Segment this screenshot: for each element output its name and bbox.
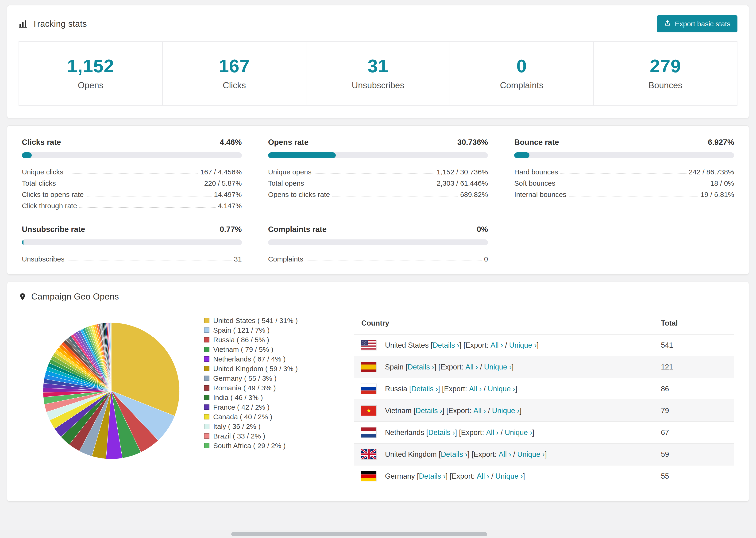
geo-pie-chart <box>38 318 184 463</box>
horizontal-scrollbar-track[interactable] <box>0 530 756 538</box>
legend-item: Netherlands ( 67 / 4% ) <box>204 354 354 364</box>
flag-es-icon <box>361 362 376 372</box>
rate-detail-value: 18 / 0% <box>710 179 734 187</box>
rate-detail-label: Unique clicks <box>22 168 63 176</box>
rate-section-opens-rate: Opens rate 30.736% Unique opens 1,152 / … <box>268 138 488 210</box>
table-row-us: United States [Details ›] [Export: All ›… <box>354 334 734 356</box>
details-link[interactable]: Details › <box>428 428 455 437</box>
export-unique-link[interactable]: Unique › <box>492 406 519 415</box>
legend-label: United Kingdom ( 59 / 3% ) <box>213 365 298 373</box>
legend-label: Brazil ( 33 / 2% ) <box>213 432 265 440</box>
horizontal-scrollbar-thumb[interactable] <box>231 532 487 536</box>
rate-title: Unsubscribe rate <box>22 225 85 234</box>
progress-bar <box>22 152 242 158</box>
legend-swatch <box>204 347 209 352</box>
legend-swatch <box>204 366 209 371</box>
stat-label: Opens <box>19 81 162 90</box>
rate-detail-label: Unique opens <box>268 168 311 176</box>
rate-value: 6.927% <box>708 138 734 147</box>
legend-label: Romania ( 49 / 3% ) <box>213 384 276 392</box>
table-row-gb: United Kingdom [Details ›] [Export: All … <box>354 443 734 465</box>
dotted-leader <box>561 174 686 174</box>
details-link[interactable]: Details › <box>433 341 459 349</box>
tracking-stats-header: Tracking stats Export basic stats <box>7 5 749 41</box>
pie-chart-container <box>19 312 204 463</box>
export-all-link[interactable]: All › <box>499 450 511 458</box>
export-all-link[interactable]: All › <box>465 363 478 371</box>
legend-label: South Africa ( 29 / 2% ) <box>213 442 286 450</box>
legend-item: Russia ( 86 / 5% ) <box>204 335 354 345</box>
stat-value: 167 <box>163 55 306 77</box>
rate-detail-label: Soft bounces <box>514 179 555 187</box>
rate-detail-row: Soft bounces 18 / 0% <box>514 176 734 187</box>
rate-section-complaints-rate: Complaints rate 0% Complaints 0 <box>268 225 488 263</box>
rate-detail-value: 1,152 / 30.736% <box>437 168 488 176</box>
geo-legend: United States ( 541 / 31% ) Spain ( 121 … <box>204 312 354 451</box>
page-title: Tracking stats <box>32 19 87 29</box>
stat-bounces: 279 Bounces <box>594 42 737 105</box>
details-link[interactable]: Details › <box>415 406 442 415</box>
rate-detail-label: Click through rate <box>22 202 77 210</box>
legend-swatch <box>204 433 209 439</box>
rate-section-unsubscribe-rate: Unsubscribe rate 0.77% Unsubscribes 31 <box>22 225 242 263</box>
export-all-link[interactable]: All › <box>477 472 489 480</box>
dotted-leader <box>568 196 698 196</box>
export-unique-link[interactable]: Unique › <box>509 341 537 349</box>
rate-detail-label: Total clicks <box>22 179 56 187</box>
country-name: Netherlands <box>385 428 424 437</box>
details-link[interactable]: Details › <box>441 450 467 458</box>
rate-value: 0% <box>477 225 488 234</box>
rate-detail-label: Internal bounces <box>514 190 566 198</box>
export-unique-link[interactable]: Unique › <box>484 363 512 371</box>
tracking-stats-card: Tracking stats Export basic stats 1,152 … <box>7 5 749 118</box>
rate-detail-label: Opens to clicks rate <box>268 190 330 198</box>
legend-label: Canada ( 40 / 2% ) <box>213 413 272 421</box>
rate-detail-label: Unsubscribes <box>22 255 65 263</box>
rate-detail-value: 14.497% <box>214 190 242 198</box>
export-unique-link[interactable]: Unique › <box>517 450 545 458</box>
legend-label: Spain ( 121 / 7% ) <box>213 326 270 334</box>
legend-swatch <box>204 356 209 362</box>
export-unique-link[interactable]: Unique › <box>505 428 532 437</box>
legend-item: France ( 42 / 2% ) <box>204 402 354 412</box>
details-link[interactable]: Details › <box>419 472 446 480</box>
legend-swatch <box>204 424 209 429</box>
export-all-link[interactable]: All › <box>486 428 499 437</box>
legend-swatch <box>204 337 209 343</box>
flag-nl-icon <box>361 427 376 438</box>
flag-us-icon <box>361 340 376 350</box>
country-total: 541 <box>661 334 734 356</box>
rate-value: 30.736% <box>458 138 488 147</box>
legend-item: South Africa ( 29 / 2% ) <box>204 441 354 451</box>
total-column-header: Total <box>661 312 734 334</box>
stat-label: Unsubscribes <box>306 81 450 90</box>
export-all-link[interactable]: All › <box>473 406 486 415</box>
rate-detail-row: Clicks to opens rate 14.497% <box>22 187 242 198</box>
legend-swatch <box>204 385 209 391</box>
table-row-nl: Netherlands [Details ›] [Export: All › /… <box>354 422 734 443</box>
stat-value: 31 <box>306 55 450 77</box>
country-total: 121 <box>661 356 734 378</box>
progress-bar-fill <box>22 240 24 245</box>
rate-detail-value: 4.147% <box>218 202 242 210</box>
table-row-ru: Russia [Details ›] [Export: All › / Uniq… <box>354 378 734 400</box>
country-total: 67 <box>661 422 734 443</box>
legend-label: Germany ( 55 / 3% ) <box>213 374 277 382</box>
export-all-link[interactable]: All › <box>469 385 482 393</box>
dotted-leader <box>306 185 434 185</box>
rate-detail-row: Total clicks 220 / 5.87% <box>22 176 242 187</box>
stats-row: 1,152 Opens 167 Clicks 31 Unsubscribes 0… <box>19 41 737 106</box>
export-unique-link[interactable]: Unique › <box>495 472 523 480</box>
rate-detail-row: Unsubscribes 31 <box>22 252 242 263</box>
details-link[interactable]: Details › <box>407 363 434 371</box>
legend-label: United States ( 541 / 31% ) <box>213 317 298 325</box>
legend-item: Vietnam ( 79 / 5% ) <box>204 345 354 354</box>
export-all-link[interactable]: All › <box>490 341 503 349</box>
export-unique-link[interactable]: Unique › <box>488 385 515 393</box>
export-basic-stats-button[interactable]: Export basic stats <box>657 15 737 32</box>
details-link[interactable]: Details › <box>411 385 438 393</box>
legend-item: United Kingdom ( 59 / 3% ) <box>204 364 354 373</box>
rate-section-clicks-rate: Clicks rate 4.46% Unique clicks 167 / 4.… <box>22 138 242 210</box>
rate-detail-label: Clicks to opens rate <box>22 190 83 198</box>
country-name: Spain <box>385 363 404 371</box>
